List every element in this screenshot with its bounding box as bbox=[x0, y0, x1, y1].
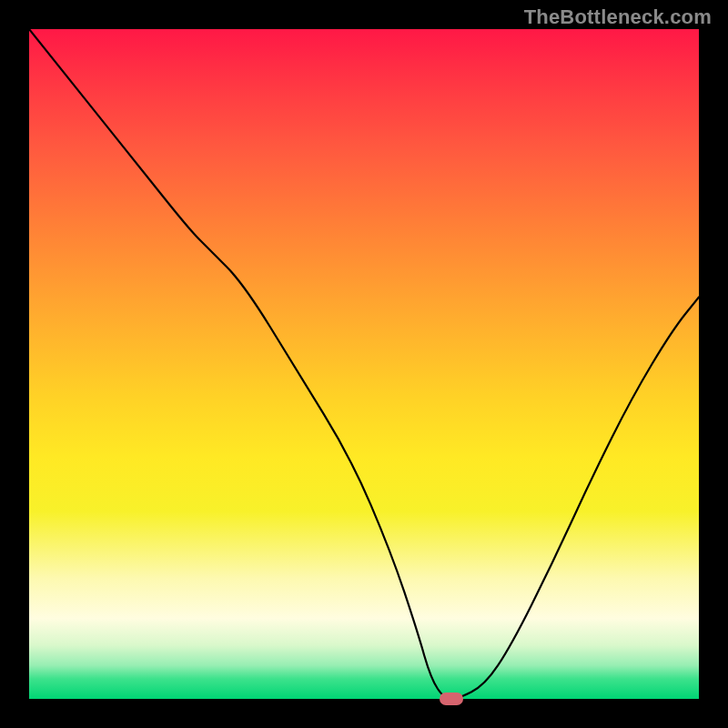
plot-area bbox=[29, 29, 699, 699]
bottleneck-curve bbox=[29, 29, 699, 699]
watermark-text: TheBottleneck.com bbox=[524, 5, 712, 29]
optimal-point-marker bbox=[440, 693, 463, 705]
chart-frame: TheBottleneck.com bbox=[0, 0, 728, 728]
